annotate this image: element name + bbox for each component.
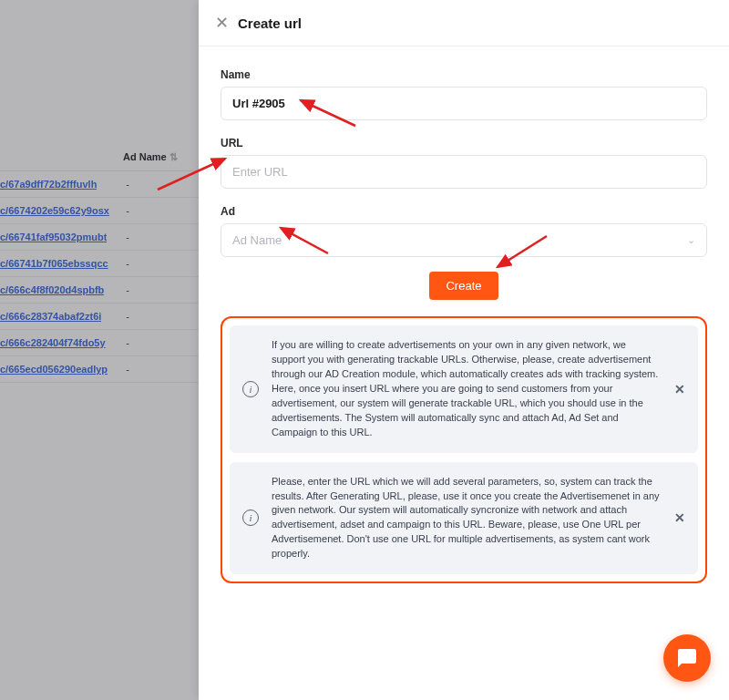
info-highlight-box: i If you are willing to create advertise… [221, 316, 707, 583]
url-label: URL [221, 137, 707, 149]
chat-fab[interactable] [663, 634, 711, 682]
info-text: If you are willing to create advertiseme… [272, 338, 662, 440]
info-icon: i [242, 510, 259, 526]
annotation-arrow [490, 231, 554, 274]
modal-backdrop[interactable] [0, 0, 200, 700]
annotation-arrow [272, 222, 335, 259]
svg-line-1 [158, 159, 225, 190]
url-input[interactable] [221, 155, 707, 189]
annotation-arrow [150, 153, 232, 195]
chat-icon [676, 647, 698, 669]
name-label: Name [221, 68, 707, 81]
drawer-body: Name URL Ad Ad Name ⌄ Create i If you ar… [199, 46, 729, 700]
svg-line-0 [301, 100, 355, 126]
alert-close-icon[interactable]: ✕ [674, 510, 685, 525]
info-alert: i If you are willing to create advertise… [230, 325, 698, 453]
info-text: Please, enter the URL which we will add … [272, 475, 662, 562]
svg-line-3 [498, 236, 547, 267]
svg-line-2 [281, 228, 328, 253]
ad-label: Ad [221, 205, 707, 218]
create-url-drawer: ✕ Create url Name URL Ad Ad Name ⌄ Creat… [199, 0, 729, 700]
annotation-arrow [292, 95, 364, 131]
create-button[interactable]: Create [429, 272, 498, 300]
chevron-down-icon: ⌄ [687, 234, 695, 246]
drawer-title: Create url [238, 15, 302, 31]
close-icon[interactable]: ✕ [215, 13, 229, 33]
drawer-header: ✕ Create url [199, 0, 729, 46]
alert-close-icon[interactable]: ✕ [674, 382, 685, 396]
info-icon: i [242, 381, 259, 397]
info-alert: i Please, enter the URL which we will ad… [230, 462, 698, 575]
